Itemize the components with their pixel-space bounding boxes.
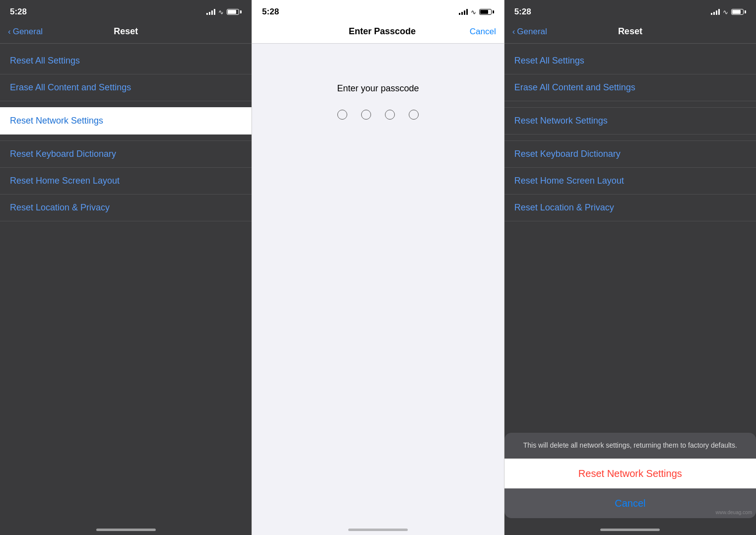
center-panel: 5:28 ∿ Enter Passcode Cancel Enter your … <box>252 0 504 535</box>
left-reset-location[interactable]: Reset Location & Privacy <box>0 195 252 221</box>
right-reset-home-screen[interactable]: Reset Home Screen Layout <box>504 168 756 195</box>
center-status-icons: ∿ <box>459 8 494 16</box>
left-home-indicator <box>0 518 252 535</box>
left-reset-home-screen[interactable]: Reset Home Screen Layout <box>0 168 252 195</box>
center-battery-icon <box>479 9 494 15</box>
right-reset-network[interactable]: Reset Network Settings <box>504 107 756 134</box>
right-reset-location[interactable]: Reset Location & Privacy <box>504 195 756 221</box>
left-erase-all-content[interactable]: Erase All Content and Settings <box>0 74 252 101</box>
right-status-icons: ∿ <box>711 8 746 16</box>
passcode-area: Enter your passcode <box>252 44 504 518</box>
left-chevron-icon: ‹ <box>8 27 11 37</box>
left-wifi-icon: ∿ <box>218 8 224 16</box>
center-signal-icon <box>459 9 468 15</box>
center-time: 5:28 <box>262 7 279 17</box>
right-nav-bar: ‹ General Reset <box>504 22 756 44</box>
action-sheet-confirm-button[interactable]: Reset Network Settings <box>504 459 756 488</box>
right-signal-icon <box>711 9 720 15</box>
right-back-label: General <box>517 27 547 37</box>
right-home-indicator <box>504 518 756 535</box>
center-wifi-icon: ∿ <box>471 8 476 16</box>
right-nav-title: Reset <box>547 26 713 37</box>
right-status-bar: 5:28 ∿ <box>504 0 756 22</box>
left-battery-icon <box>227 9 242 15</box>
passcode-prompt: Enter your passcode <box>337 83 419 94</box>
left-panel: 5:28 ∿ ‹ General Reset Reset All Setting… <box>0 0 252 535</box>
center-home-indicator <box>252 518 504 535</box>
right-settings-list: Reset All Settings Erase All Content and… <box>504 48 756 221</box>
left-reset-network[interactable]: Reset Network Settings <box>0 107 252 134</box>
passcode-dot-4 <box>409 110 419 120</box>
left-back-button[interactable]: ‹ General <box>8 27 43 37</box>
left-reset-all-settings[interactable]: Reset All Settings <box>0 48 252 74</box>
watermark: www.deuag.com <box>716 510 752 515</box>
left-nav-title: Reset <box>43 26 209 37</box>
left-time: 5:28 <box>10 7 27 17</box>
left-reset-keyboard[interactable]: Reset Keyboard Dictionary <box>0 140 252 168</box>
action-sheet: This will delete all network settings, r… <box>504 433 756 518</box>
right-erase-all-content[interactable]: Erase All Content and Settings <box>504 74 756 101</box>
right-time: 5:28 <box>514 7 531 17</box>
passcode-dot-2 <box>361 110 371 120</box>
left-status-bar: 5:28 ∿ <box>0 0 252 22</box>
center-nav-bar: Enter Passcode Cancel <box>252 22 504 44</box>
passcode-dots <box>337 110 419 120</box>
right-wifi-icon: ∿ <box>723 8 728 16</box>
right-back-button[interactable]: ‹ General <box>512 27 547 37</box>
right-chevron-icon: ‹ <box>512 27 515 37</box>
right-panel: 5:28 ∿ ‹ General Reset Reset All Setting… <box>504 0 756 535</box>
right-reset-all-settings[interactable]: Reset All Settings <box>504 48 756 74</box>
center-status-bar: 5:28 ∿ <box>252 0 504 22</box>
right-battery-icon <box>731 9 746 15</box>
passcode-dot-3 <box>385 110 395 120</box>
passcode-dot-1 <box>337 110 347 120</box>
left-back-label: General <box>13 27 43 37</box>
action-sheet-message: This will delete all network settings, r… <box>504 433 756 459</box>
left-nav-bar: ‹ General Reset <box>0 22 252 44</box>
center-cancel-button[interactable]: Cancel <box>470 27 496 37</box>
right-reset-keyboard[interactable]: Reset Keyboard Dictionary <box>504 140 756 168</box>
left-status-icons: ∿ <box>206 8 242 16</box>
left-settings-list: Reset All Settings Erase All Content and… <box>0 48 252 221</box>
center-nav-title: Enter Passcode <box>295 26 469 37</box>
left-signal-icon <box>206 9 215 15</box>
